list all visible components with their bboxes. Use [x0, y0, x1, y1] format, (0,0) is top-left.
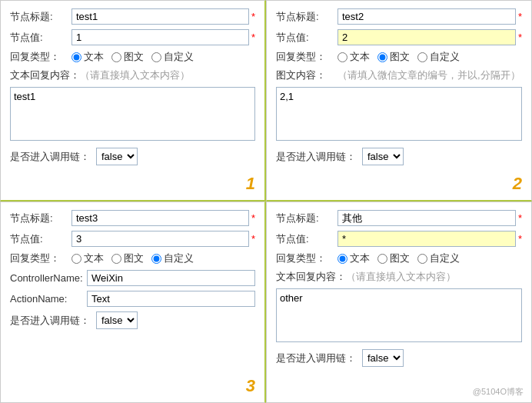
node-value-label-4: 节点值:	[276, 232, 337, 246]
reply-type-group-1: 文本 图文 自定义	[71, 50, 194, 64]
node-value-label-1: 节点值:	[10, 31, 71, 45]
chain-row-2: 是否进入调用链： false true	[276, 148, 522, 165]
radio-image-input-3[interactable]	[111, 254, 121, 264]
radio-image-1[interactable]: 图文	[111, 50, 144, 64]
node-value-input-3[interactable]	[71, 231, 249, 247]
node-value-row-4: 节点值: *	[276, 231, 522, 247]
reply-type-row-4: 回复类型： 文本 图文 自定义	[276, 251, 522, 265]
reply-type-group-4: 文本 图文 自定义	[337, 251, 460, 265]
radio-custom-input-1[interactable]	[151, 52, 161, 62]
chain-row-4: 是否进入调用链： false true	[276, 349, 522, 367]
chain-label-1: 是否进入调用链：	[10, 150, 90, 164]
content-placeholder-4: （请直接填入文本内容）	[346, 270, 456, 284]
reply-type-row-3: 回复类型： 文本 图文 自定义	[10, 251, 255, 265]
content-textarea-2[interactable]: 2,1	[276, 87, 522, 141]
required-star-2a: *	[518, 11, 522, 22]
radio-custom-2[interactable]: 自定义	[417, 50, 460, 64]
chain-label-4: 是否进入调用链：	[276, 351, 356, 365]
chain-row-3: 是否进入调用链： false true	[10, 311, 255, 329]
radio-text-1[interactable]: 文本	[71, 50, 104, 64]
radio-custom-input-2[interactable]	[417, 52, 427, 62]
cell-number-2: 2	[513, 174, 522, 194]
radio-custom-input-3[interactable]	[151, 254, 161, 264]
node-value-input-1[interactable]	[71, 29, 249, 45]
radio-image-input-4[interactable]	[377, 254, 387, 264]
chain-label-3: 是否进入调用链：	[10, 314, 90, 328]
node-title-row-2: 节点标题: *	[276, 8, 522, 25]
content-textarea-4[interactable]: other	[276, 288, 522, 342]
node-value-row-2: 节点值: *	[276, 29, 522, 45]
required-star-1b: *	[251, 32, 255, 43]
required-star-2b: *	[518, 32, 522, 43]
radio-image-2[interactable]: 图文	[377, 50, 410, 64]
chain-row-1: 是否进入调用链： false true	[10, 148, 255, 165]
radio-text-2[interactable]: 文本	[337, 50, 370, 64]
node-title-label-3: 节点标题:	[10, 211, 71, 225]
content-label-row-2: 图文内容： （请填入微信文章的编号，并以,分隔开）	[276, 68, 522, 82]
node-title-input-3[interactable]	[71, 210, 249, 226]
radio-image-3[interactable]: 图文	[111, 251, 144, 265]
node-title-label-1: 节点标题:	[10, 10, 71, 24]
cell-3: 节点标题: * 节点值: * 回复类型： 文本 图文 自定义 Controlle…	[0, 202, 266, 403]
radio-text-input-3[interactable]	[71, 254, 81, 264]
node-title-input-4[interactable]	[337, 210, 516, 226]
radio-text-4[interactable]: 文本	[337, 251, 370, 265]
radio-custom-3[interactable]: 自定义	[151, 251, 194, 265]
radio-text-input-4[interactable]	[337, 254, 347, 264]
node-title-label-2: 节点标题:	[276, 10, 337, 24]
reply-type-row-2: 回复类型： 文本 图文 自定义	[276, 50, 522, 64]
cell-2: 节点标题: * 节点值: * 回复类型： 文本 图文 自定义 图文内容： （请填…	[266, 0, 532, 202]
main-grid: 节点标题: * 节点值: * 回复类型： 文本 图文 自定义 文本回复内容： （…	[0, 0, 532, 403]
radio-custom-1[interactable]: 自定义	[151, 50, 194, 64]
action-input-3[interactable]	[87, 291, 255, 307]
reply-type-label-2: 回复类型：	[276, 50, 337, 64]
chain-select-1[interactable]: false true	[96, 148, 138, 165]
content-label-row-1: 文本回复内容： （请直接填入文本内容）	[10, 68, 255, 82]
node-value-label-2: 节点值:	[276, 31, 337, 45]
reply-type-group-3: 文本 图文 自定义	[71, 251, 194, 265]
reply-type-label-3: 回复类型：	[10, 251, 71, 265]
node-value-row-1: 节点值: *	[10, 29, 255, 45]
cell-1: 节点标题: * 节点值: * 回复类型： 文本 图文 自定义 文本回复内容： （…	[0, 0, 266, 202]
required-star-4a: *	[518, 212, 522, 224]
radio-text-input-2[interactable]	[337, 52, 347, 62]
reply-type-label-1: 回复类型：	[10, 50, 71, 64]
radio-text-3[interactable]: 文本	[71, 251, 104, 265]
node-value-label-3: 节点值:	[10, 232, 71, 246]
reply-type-label-4: 回复类型：	[276, 251, 337, 265]
radio-image-input-1[interactable]	[111, 52, 121, 62]
watermark: @5104O博客	[473, 386, 524, 398]
radio-text-input-1[interactable]	[71, 52, 81, 62]
action-label-3: ActionName:	[10, 293, 87, 305]
chain-select-4[interactable]: false true	[362, 349, 404, 367]
required-star-3b: *	[251, 233, 255, 245]
content-label-1: 文本回复内容：	[10, 68, 80, 82]
content-placeholder-2: （请填入微信文章的编号，并以,分隔开）	[337, 68, 520, 82]
node-title-input-1[interactable]	[71, 8, 249, 25]
radio-custom-input-4[interactable]	[417, 254, 427, 264]
radio-image-4[interactable]: 图文	[377, 251, 410, 265]
chain-label-2: 是否进入调用链：	[276, 150, 356, 164]
node-title-row-3: 节点标题: *	[10, 210, 255, 226]
content-label-4: 文本回复内容：	[276, 270, 346, 284]
cell-4: 节点标题: * 节点值: * 回复类型： 文本 图文 自定义 文本回复内容： （…	[266, 202, 532, 403]
content-placeholder-1: （请直接填入文本内容）	[80, 68, 190, 82]
controller-row-3: ControllerName:	[10, 270, 255, 286]
content-textarea-1[interactable]: test1	[10, 87, 255, 141]
radio-image-input-2[interactable]	[377, 52, 387, 62]
node-value-row-3: 节点值: *	[10, 231, 255, 247]
radio-custom-4[interactable]: 自定义	[417, 251, 460, 265]
chain-select-2[interactable]: false true	[362, 148, 404, 165]
node-title-input-2[interactable]	[337, 8, 516, 25]
controller-input-3[interactable]	[87, 270, 255, 286]
chain-select-3[interactable]: false true	[96, 311, 138, 329]
node-value-input-2[interactable]	[337, 29, 516, 45]
required-star-3a: *	[251, 212, 255, 224]
controller-label-3: ControllerName:	[10, 272, 87, 284]
node-title-label-4: 节点标题:	[276, 211, 337, 225]
reply-type-row-1: 回复类型： 文本 图文 自定义	[10, 50, 255, 64]
node-value-input-4[interactable]	[337, 231, 516, 247]
action-row-3: ActionName:	[10, 291, 255, 307]
node-title-row-4: 节点标题: *	[276, 210, 522, 226]
required-star-1a: *	[251, 11, 255, 22]
